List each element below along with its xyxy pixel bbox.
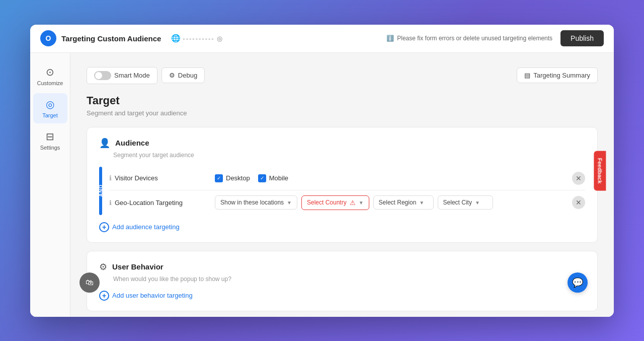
smart-mode-toggle[interactable]	[94, 71, 111, 80]
and-bar: AND	[99, 167, 102, 215]
settings-icon: ⊟	[46, 130, 54, 143]
user-behavior-icon: ⚙	[99, 261, 107, 272]
geo-location-remove-button[interactable]: ✕	[572, 196, 585, 209]
mobile-label: Mobile	[269, 174, 288, 182]
add-audience-link[interactable]: + Add audience targeting	[99, 222, 585, 232]
audience-card: 👤 Audience Segment your target audience …	[87, 127, 598, 243]
audience-card-desc: Segment your target audience	[113, 152, 585, 159]
audience-card-title: Audience	[115, 139, 149, 147]
mobile-checkbox-box[interactable]: ✓	[258, 174, 266, 182]
sidebar-item-target[interactable]: ◎ Target	[33, 93, 67, 123]
desktop-checkbox[interactable]: ✓ Desktop	[215, 174, 250, 182]
app-logo: O	[40, 30, 56, 46]
user-behavior-desc: When would you like the popup to show up…	[113, 276, 585, 283]
device-checkboxes: ✓ Desktop ✓ Mobile	[215, 174, 567, 182]
geo-controls: Show in these locations ▼ Select Country…	[215, 195, 567, 210]
feedback-tab[interactable]: Feedback	[594, 151, 606, 190]
globe-icon: 🌐	[171, 34, 181, 43]
add-behavior-label: Add user behavior targeting	[112, 292, 193, 299]
targeting-summary-button[interactable]: ▤ Targeting Summary	[517, 67, 598, 83]
audience-icon: 👤	[99, 138, 110, 149]
sidebar-item-settings[interactable]: ⊟ Settings	[33, 125, 67, 156]
visitor-devices-label: Visitor Devices	[115, 174, 158, 182]
debug-button[interactable]: ⚙ Debug	[162, 67, 205, 83]
debug-icon: ⚙	[169, 72, 175, 79]
geo-location-row: ℹ Geo-Location Targeting Show in these l…	[109, 190, 585, 215]
targeting-summary-label: Targeting Summary	[533, 72, 590, 79]
targeting-rows: ℹ Visitor Devices ✓ Desktop ✓	[109, 167, 585, 215]
mobile-checkbox[interactable]: ✓ Mobile	[258, 174, 288, 182]
show-in-arrow: ▼	[287, 200, 292, 206]
main-content: Smart Mode ⚙ Debug ▤ Targeting Summary T…	[70, 53, 614, 317]
add-user-behavior-link[interactable]: + Add user behavior targeting	[99, 291, 585, 301]
smart-mode-label: Smart Mode	[114, 72, 150, 79]
sidebar-label-settings: Settings	[40, 145, 60, 151]
breadcrumb-dots: ----------	[183, 35, 214, 42]
country-label: Select Country	[307, 199, 347, 206]
add-behavior-plus-icon: +	[99, 291, 109, 301]
check-icon: ◎	[217, 35, 222, 42]
info-icon: ℹ️	[386, 35, 394, 42]
page-subtitle: Segment and target your audience	[87, 109, 598, 117]
chat-button[interactable]: 💬	[568, 272, 588, 293]
region-arrow: ▼	[419, 200, 424, 206]
geo-location-label: Geo-Location Targeting	[115, 199, 183, 207]
sidebar: ⊙ Customize ◎ Target ⊟ Settings	[30, 53, 70, 317]
visitor-devices-row: ℹ Visitor Devices ✓ Desktop ✓	[109, 167, 585, 190]
show-in-dropdown[interactable]: Show in these locations ▼	[215, 195, 297, 210]
country-arrow: ▼	[359, 200, 364, 206]
country-error-icon: ⚠	[350, 199, 356, 207]
user-behavior-card: ⚙ User Behavior When would you like the …	[87, 251, 598, 311]
add-audience-plus-icon: +	[99, 222, 109, 232]
user-behavior-title: User Behavior	[112, 262, 164, 271]
and-section: AND ℹ Visitor Devices	[99, 167, 585, 215]
customize-icon: ⊙	[46, 66, 54, 78]
desktop-label: Desktop	[226, 174, 250, 182]
header: O Targeting Custom Audience 🌐 ----------…	[30, 25, 614, 53]
app-title: Targeting Custom Audience	[61, 34, 161, 43]
breadcrumb: 🌐 ---------- ◎	[171, 34, 222, 43]
sidebar-label-target: Target	[42, 112, 58, 118]
sidebar-item-customize[interactable]: ⊙ Customize	[33, 61, 67, 91]
and-label: AND	[98, 184, 104, 197]
visitor-devices-remove-button[interactable]: ✕	[572, 172, 585, 185]
geo-info-icon[interactable]: ℹ	[109, 199, 112, 207]
country-dropdown[interactable]: Select Country ⚠ ▼	[301, 195, 369, 210]
region-dropdown[interactable]: Select Region ▼	[373, 195, 434, 210]
header-error-message: ℹ️ Please fix form errors or delete unus…	[386, 35, 552, 42]
region-label: Select Region	[379, 199, 417, 206]
visitor-devices-info-icon[interactable]: ℹ	[109, 174, 112, 182]
publish-button[interactable]: Publish	[560, 30, 604, 46]
sidebar-label-customize: Customize	[37, 80, 63, 86]
city-dropdown[interactable]: Select City ▼	[438, 195, 493, 210]
city-arrow: ▼	[475, 200, 480, 206]
page-title: Target	[87, 94, 598, 107]
smart-mode-button[interactable]: Smart Mode	[87, 67, 157, 84]
summary-icon: ▤	[524, 72, 530, 79]
bag-button[interactable]: 🛍	[79, 272, 100, 293]
show-in-label: Show in these locations	[220, 199, 284, 206]
target-icon: ◎	[46, 98, 54, 110]
feedback-label: Feedback	[597, 158, 603, 183]
desktop-checkbox-box[interactable]: ✓	[215, 174, 223, 182]
debug-label: Debug	[178, 72, 197, 79]
city-label: Select City	[443, 199, 472, 206]
add-audience-label: Add audience targeting	[112, 223, 180, 231]
